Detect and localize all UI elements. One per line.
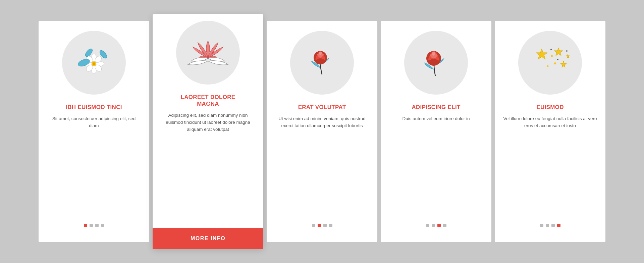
card-1-dots	[84, 224, 104, 227]
dot-5-active	[557, 224, 560, 227]
card-adipiscing-elit: ADIPISCING ELIT Duis autem vel eum iriur…	[381, 21, 491, 242]
svg-marker-18	[560, 61, 567, 67]
card-2-body: Adipiscing elit, sed diam nonummy nibh e…	[161, 112, 255, 228]
card-1-body: Sit amet, consectetuer adipiscing elit, …	[47, 115, 141, 216]
rose-stem-icon	[416, 43, 456, 83]
svg-point-24	[550, 49, 552, 50]
dot-5-2	[546, 224, 549, 227]
dot-4-4	[443, 224, 446, 227]
svg-marker-19	[566, 54, 570, 58]
icon-circle-1	[62, 31, 126, 95]
dot-1-4	[101, 224, 104, 227]
dot-4-2	[432, 224, 435, 227]
svg-point-20	[551, 55, 553, 57]
dot-4-active	[437, 224, 441, 227]
card-erat-volutpat: ERAT VOLUTPAT Ut wisi enim ad minim veni…	[267, 21, 377, 242]
svg-marker-16	[536, 49, 547, 59]
card-2-title: LAOREET DOLOREMAGNA	[181, 94, 235, 107]
dot-3-4	[329, 224, 332, 227]
svg-point-13	[93, 62, 95, 65]
card-5-dots	[540, 224, 560, 227]
dot-5-3	[551, 224, 555, 227]
icon-circle-5	[518, 31, 582, 95]
svg-point-25	[557, 59, 558, 60]
card-ibh-euismod: IBH EUISMOD TINCI Sit amet, consectetuer…	[39, 21, 149, 242]
dot-3-active	[318, 224, 321, 227]
dot-1-2	[90, 224, 93, 227]
icon-circle-4	[404, 31, 468, 95]
rose-icon	[302, 43, 342, 83]
card-4-title: ADIPISCING ELIT	[412, 104, 460, 111]
icon-circle-3	[290, 31, 354, 95]
card-4-body: Duis autem vel eum iriure dolor in	[402, 115, 470, 216]
svg-point-21	[554, 62, 556, 64]
lotus-icon	[186, 34, 230, 71]
stars-icon	[528, 43, 572, 83]
card-euismod: EUISMOD Vel illum dolore eu feugiat null…	[495, 21, 605, 242]
svg-marker-17	[554, 48, 563, 56]
card-5-title: EUISMOD	[536, 104, 564, 111]
dot-3-1	[312, 224, 315, 227]
more-info-button[interactable]: MORE INFO	[153, 228, 263, 249]
dot-3-3	[323, 224, 327, 227]
dot-4-1	[426, 224, 429, 227]
dot-1-active	[84, 224, 87, 227]
svg-point-23	[566, 50, 568, 52]
dot-1-3	[95, 224, 99, 227]
cards-container: IBH EUISMOD TINCI Sit amet, consectetuer…	[32, 7, 612, 256]
card-1-title: IBH EUISMOD TINCI	[66, 104, 122, 111]
icon-circle-2	[176, 21, 240, 85]
dot-5-1	[540, 224, 543, 227]
card-laoreet-dolore: LAOREET DOLOREMAGNA Adipiscing elit, sed…	[153, 14, 263, 249]
card-3-body: Ut wisi enim ad minim veniam, quis nostr…	[275, 115, 369, 216]
floral-bouquet-icon	[74, 44, 114, 81]
card-3-dots	[312, 224, 332, 227]
card-4-dots	[426, 224, 446, 227]
card-3-title: ERAT VOLUTPAT	[298, 104, 346, 111]
svg-point-22	[547, 65, 549, 67]
card-5-body: Vel illum dolore eu feugiat nulla facili…	[503, 115, 597, 216]
